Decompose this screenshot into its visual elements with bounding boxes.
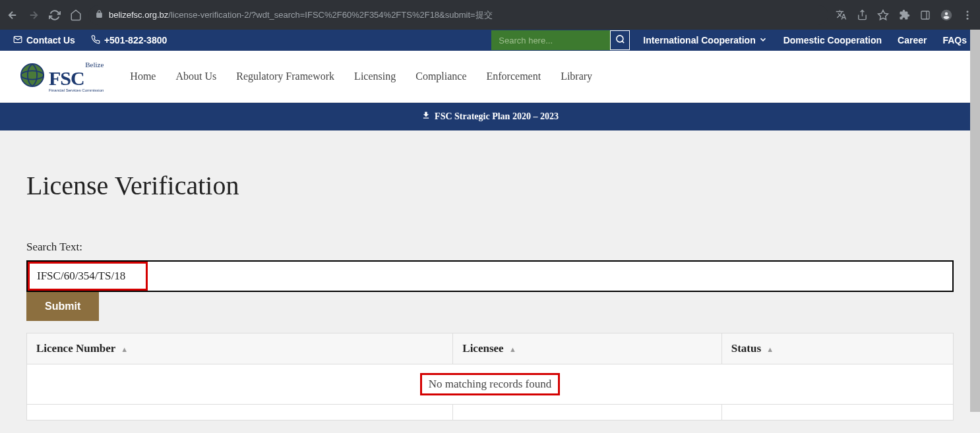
browser-chrome: belizefsc.org.bz/license-verification-2/… (0, 0, 980, 30)
column-licensee[interactable]: Licensee ▲ (453, 333, 721, 364)
panel-icon[interactable] (919, 9, 931, 21)
site-search-button[interactable] (610, 30, 630, 50)
logo[interactable]: Belize FSC Financial Services Commission (20, 61, 104, 92)
page-content: License Verification Search Text: Submit… (0, 130, 980, 433)
sort-asc-icon: ▲ (509, 345, 516, 353)
nav-regulatory[interactable]: Regulatory Framework (236, 71, 334, 82)
nav-label: FAQs (942, 35, 967, 45)
download-icon (421, 111, 431, 123)
contact-us-link[interactable]: Contact Us (13, 35, 75, 46)
annotation-highlight: No matching records found (420, 373, 560, 395)
search-icon (615, 34, 625, 46)
column-status[interactable]: Status ▲ (721, 333, 953, 364)
nav-domestic-cooperation[interactable]: Domestic Cooperation (783, 35, 882, 45)
column-licence-number[interactable]: Licence Number ▲ (27, 333, 453, 364)
logo-fsc-text: FSC (49, 69, 104, 88)
home-icon[interactable] (70, 9, 82, 21)
menu-icon[interactable] (962, 9, 973, 21)
back-icon[interactable] (7, 9, 18, 21)
nav-about[interactable]: About Us (175, 71, 216, 82)
page-title: License Verification (26, 170, 954, 201)
svg-marker-0 (878, 10, 888, 19)
sort-asc-icon: ▲ (766, 345, 774, 353)
nav-faqs[interactable]: FAQs (942, 35, 967, 45)
url-bar[interactable]: belizefsc.org.bz/license-verification-2/… (88, 5, 828, 25)
reload-icon[interactable] (49, 9, 61, 21)
nav-library[interactable]: Library (561, 71, 592, 82)
logo-belize-text: Belize (85, 61, 104, 69)
url-text: belizefsc.org.bz/license-verification-2/… (109, 9, 493, 21)
svg-point-8 (617, 36, 623, 42)
scrollbar-thumb[interactable] (970, 30, 980, 412)
strategic-plan-banner[interactable]: FSC Strategic Plan 2020 – 2023 (0, 103, 980, 130)
nav-compliance[interactable]: Compliance (415, 71, 466, 82)
search-text-label: Search Text: (26, 241, 954, 254)
site-search-input[interactable] (491, 30, 610, 50)
site-search (491, 30, 630, 50)
scrollbar[interactable] (970, 30, 980, 433)
forward-icon[interactable] (28, 9, 40, 21)
share-icon[interactable] (856, 9, 868, 21)
svg-rect-1 (921, 11, 929, 19)
column-label: Licensee (462, 342, 503, 355)
envelope-icon (13, 35, 22, 46)
star-icon[interactable] (877, 9, 889, 21)
browser-right-icons (835, 9, 973, 21)
contact-us-label: Contact Us (26, 35, 75, 45)
nav-label: Career (898, 35, 927, 45)
extensions-icon[interactable] (898, 9, 910, 21)
phone-number: +501-822-3800 (104, 35, 167, 45)
license-search-input[interactable] (26, 260, 954, 292)
logo-subtitle: Financial Services Commission (49, 88, 104, 92)
lock-icon (95, 9, 104, 21)
browser-nav-buttons (7, 9, 82, 21)
results-table: Licence Number ▲ Licensee ▲ Status ▲ (26, 333, 954, 420)
nav-label: International Cooperation (643, 35, 755, 45)
phone-icon (91, 35, 100, 46)
chevron-down-icon (758, 35, 768, 46)
topbar: Contact Us +501-822-3800 International C… (0, 30, 980, 51)
column-label: Licence Number (36, 342, 115, 355)
no-records-row: No matching records found (27, 364, 954, 405)
sort-asc-icon: ▲ (121, 345, 128, 353)
nav-label: Domestic Cooperation (783, 35, 882, 45)
svg-point-5 (967, 14, 969, 16)
nav-career[interactable]: Career (898, 35, 927, 45)
nav-home[interactable]: Home (130, 71, 156, 82)
banner-text: FSC Strategic Plan 2020 – 2023 (435, 111, 559, 122)
translate-icon[interactable] (835, 9, 847, 21)
logo-globe-icon (20, 63, 45, 90)
svg-line-9 (622, 41, 624, 43)
column-label: Status (731, 342, 761, 355)
nav-licensing[interactable]: Licensing (354, 71, 396, 82)
nav-international-cooperation[interactable]: International Cooperation (643, 35, 767, 46)
table-row (27, 405, 954, 420)
phone-link[interactable]: +501-822-3800 (91, 35, 167, 46)
profile-icon[interactable] (940, 9, 952, 21)
svg-point-4 (967, 11, 969, 13)
main-nav: Belize FSC Financial Services Commission… (0, 51, 980, 103)
svg-point-6 (967, 17, 969, 19)
no-records-text: No matching records found (429, 378, 551, 390)
submit-button[interactable]: Submit (26, 292, 99, 321)
nav-enforcement[interactable]: Enforcement (487, 71, 541, 82)
